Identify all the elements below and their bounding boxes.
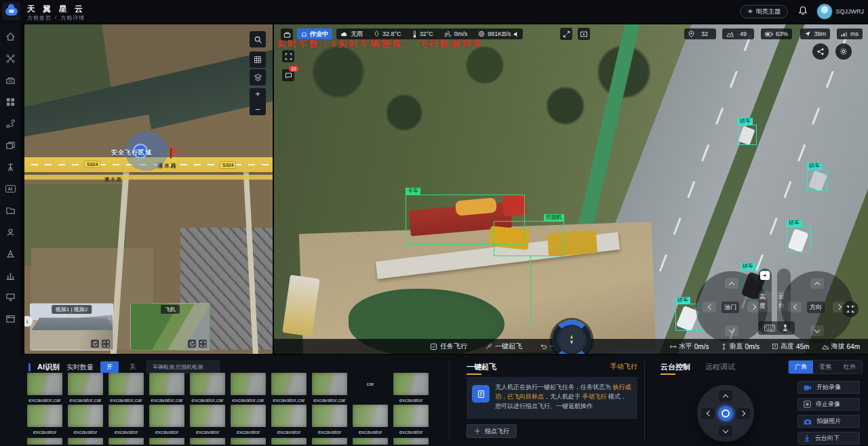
thumbnail-image[interactable] [108, 373, 144, 395]
detection-thumbnail[interactable] [271, 438, 307, 445]
message-button[interactable]: 10 [282, 69, 294, 81]
thumbnail-image[interactable] [27, 405, 62, 427]
gimbal-joystick[interactable] [697, 385, 754, 442]
detection-thumbnail[interactable] [108, 438, 144, 445]
throttle-down-button[interactable] [725, 325, 738, 336]
mode-wide-button[interactable]: 广角 [789, 361, 813, 373]
gimbal-down-center-button[interactable]: 云台向下 [797, 432, 860, 445]
gimbal-down-button[interactable] [719, 426, 732, 437]
media-library-icon[interactable] [5, 140, 16, 150]
thumbnail-image[interactable] [312, 373, 347, 395]
thumbnail-image[interactable] [68, 405, 103, 427]
breadcrumb-home[interactable]: 方舱首页 [27, 14, 52, 22]
tab-gimbal-control[interactable]: 云台控制 [660, 362, 690, 372]
thumbnail-image[interactable] [190, 373, 225, 395]
ground-station-icon[interactable] [5, 226, 16, 237]
preview-label[interactable]: 飞机 [161, 305, 180, 314]
gimbal-right-button[interactable] [736, 408, 750, 419]
pitch-back-button[interactable] [810, 325, 824, 336]
detection-thumbnail[interactable]: excavator,car [68, 373, 103, 403]
detection-thumbnail[interactable]: excavator [231, 405, 266, 435]
mode-zoom-button[interactable]: 变焦 [813, 361, 837, 373]
detection-thumbnail[interactable]: car [353, 373, 388, 403]
throttle-joystick[interactable]: 油门 [696, 271, 768, 343]
thumbnail-image[interactable] [231, 373, 266, 395]
settings-gear-button[interactable] [835, 43, 852, 60]
gimbal-center-button[interactable] [718, 406, 733, 421]
device-manager-icon[interactable] [5, 291, 16, 302]
detection-thumbnail[interactable]: excavator,car [190, 373, 225, 403]
detection-thumbnail[interactable] [312, 438, 347, 445]
dock-icon[interactable] [5, 75, 16, 85]
detection-thumbnail[interactable] [393, 438, 429, 445]
app-logo[interactable] [2, 2, 20, 20]
map-grid-button[interactable] [250, 52, 266, 68]
thumbnail-image[interactable] [190, 438, 225, 445]
thumbnail-image[interactable] [149, 405, 184, 427]
detection-thumbnail[interactable]: excavator [190, 405, 225, 435]
toggle-on-button[interactable]: 开 [100, 361, 119, 373]
take-photo-button[interactable]: 拍摄照片 [797, 415, 860, 428]
zoom-out-button[interactable]: − [255, 104, 260, 115]
scan-frame-button[interactable] [282, 50, 294, 62]
thumbnail-image[interactable] [108, 405, 144, 427]
drone-icon[interactable] [5, 53, 16, 64]
pitch-forward-button[interactable] [810, 278, 824, 289]
altitude-plus[interactable]: + [760, 271, 770, 280]
detection-thumbnail[interactable] [190, 438, 225, 445]
map-search-button[interactable] [250, 31, 266, 47]
throttle-up-button[interactable] [725, 278, 738, 289]
detection-thumbnail[interactable]: excavator [271, 405, 307, 435]
notification-bell-icon[interactable] [797, 5, 808, 16]
satellite-map[interactable]: S324 S324 濮水路 濮水路 安全飞行区域 + − 视频1 | 视频2 飞… [24, 24, 273, 354]
thumbnail-image[interactable] [312, 405, 347, 427]
detection-thumbnail[interactable]: excavator [27, 405, 62, 435]
detection-thumbnail[interactable]: excavator,car [27, 373, 62, 403]
gimbal-left-button[interactable] [701, 408, 715, 419]
thumbnail-image[interactable] [312, 438, 347, 445]
thumbnail-image[interactable] [231, 405, 266, 427]
thumbnail-image[interactable] [149, 438, 184, 445]
toggle-off-button[interactable]: 关 [125, 361, 140, 373]
ai-recognition-icon[interactable]: AI [5, 183, 16, 194]
refresh-icon[interactable] [91, 340, 99, 348]
thumbnail-image[interactable] [271, 373, 307, 395]
joystick-icon[interactable] [782, 324, 789, 332]
share-button[interactable] [812, 43, 829, 60]
yaw-left-button[interactable] [703, 302, 716, 312]
statistics-icon[interactable] [5, 270, 16, 281]
manual-flight-link[interactable]: 手动飞行 [610, 362, 637, 371]
detection-thumbnail[interactable] [149, 438, 184, 445]
detection-thumbnail[interactable] [68, 438, 103, 445]
detection-thumbnail[interactable]: excavator [312, 405, 347, 435]
detection-thumbnail[interactable]: excavator [353, 405, 388, 435]
drone-video-feed[interactable]: 卡车 挖掘机 轿车 轿车 轿车 轿车 轿车 作业中 无雨 32.8°C 32°C… [274, 24, 868, 354]
route-icon[interactable] [5, 118, 16, 129]
one-key-takeoff-button[interactable]: 一键起飞 [485, 342, 522, 351]
detection-thumbnail[interactable]: excavator,car [312, 373, 347, 403]
map-layers-button[interactable] [250, 69, 266, 85]
thumbnail-image[interactable] [271, 438, 307, 445]
dock-video-preview[interactable]: 视频1 | 视频2 [30, 303, 113, 350]
point-fly-button[interactable]: 指点飞行 [467, 424, 517, 438]
thumbnail-image[interactable] [68, 373, 103, 395]
stop-record-button[interactable]: 停止录像 [797, 398, 860, 411]
detection-thumbnail[interactable] [27, 438, 62, 445]
user-avatar[interactable] [816, 3, 833, 20]
folder-icon[interactable] [5, 205, 16, 216]
thumbnail-image[interactable] [231, 438, 266, 445]
gimbal-up-button[interactable] [719, 390, 732, 401]
detection-thumbnail[interactable]: excavator [108, 405, 144, 435]
detection-thumbnail[interactable]: excavator [68, 405, 103, 435]
detection-thumbnail[interactable] [353, 438, 388, 445]
detection-thumbnail[interactable]: excavator,car [271, 373, 307, 403]
swap-screen-button[interactable] [560, 28, 572, 40]
thumbnail-image[interactable] [108, 438, 144, 445]
thumbnail-image[interactable] [27, 438, 62, 445]
expand-icon[interactable] [199, 340, 207, 348]
theme-toggle-button[interactable]: ☀ 明亮主题 [740, 5, 788, 18]
thumbnail-image[interactable] [190, 405, 225, 427]
mode-ir-button[interactable]: 红外 [837, 361, 862, 373]
aircraft-video-preview[interactable]: 飞机 [130, 303, 210, 350]
preview-label[interactable]: 视频1 | 视频2 [52, 305, 92, 314]
